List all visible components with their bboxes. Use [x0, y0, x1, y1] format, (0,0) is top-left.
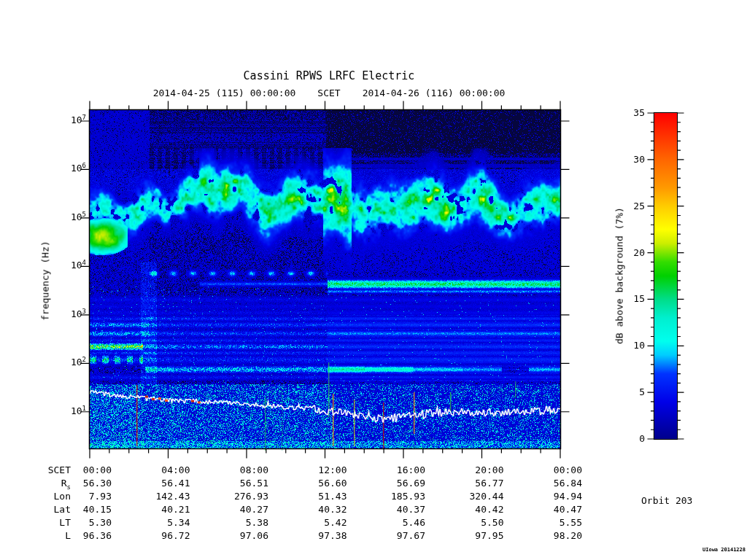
ephemeris-cell: 320.44: [449, 491, 504, 502]
ephemeris-cell: 12:00: [292, 464, 347, 475]
ephemeris-cell: 276.93: [213, 491, 268, 502]
ephemeris-cell: 51.43: [292, 491, 347, 502]
ephemeris-cell: 00:00: [527, 464, 582, 475]
ephemeris-cell: 5.34: [135, 517, 190, 528]
ephemeris-cell: 40.27: [213, 504, 268, 515]
y-tick-label: 102: [55, 356, 86, 368]
orbit-label: Orbit 203: [641, 495, 692, 506]
y-tick-label: 103: [55, 308, 86, 319]
ephemeris-cell: 40.47: [527, 504, 582, 515]
ephemeris-cell: 40.42: [449, 504, 504, 515]
ephemeris-cell: 56.84: [527, 478, 582, 489]
ephemeris-cell: 56.77: [449, 478, 504, 489]
ephemeris-cell: 5.38: [213, 517, 268, 528]
page-root: { "header": { "title": "Cassini RPWS LRF…: [0, 0, 747, 560]
ephemeris-cell: 56.69: [370, 478, 425, 489]
colorbar-tick-label: 25: [614, 201, 645, 211]
ephemeris-cell: 96.72: [135, 530, 190, 541]
ephemeris-cell: 97.06: [213, 530, 268, 541]
colorbar-tick-label: 5: [614, 386, 645, 397]
chart-subtitle: 2014-04-25 (115) 00:00:00 SCET 2014-04-2…: [90, 88, 568, 98]
ephemeris-cell: 96.36: [56, 530, 112, 541]
colorbar-tick-label: 35: [614, 107, 645, 118]
frequency-axis-label: frequency (Hz): [40, 241, 51, 321]
ephemeris-cell: 40.21: [135, 504, 190, 515]
ephemeris-cell: 40.32: [292, 504, 347, 515]
ephemeris-cell: 97.95: [449, 530, 504, 541]
colorbar-gradient: [654, 113, 677, 439]
ephemeris-cell: 7.93: [56, 491, 112, 502]
ephemeris-cell: 97.67: [370, 530, 425, 541]
ephemeris-cell: 04:00: [135, 464, 190, 475]
colorbar-tick-label: 20: [614, 247, 645, 258]
ephemeris-cell: 20:00: [449, 464, 504, 475]
y-tick-label: 105: [55, 211, 86, 222]
credit-label: UIowa 20141228: [697, 547, 746, 553]
ephemeris-cell: 5.46: [370, 517, 425, 528]
subtitle-start-time: 2014-04-25 (115) 00:00:00: [153, 88, 296, 98]
ephemeris-cell: 5.30: [56, 517, 112, 528]
ephemeris-cell: 16:00: [370, 464, 425, 475]
ephemeris-cell: 5.42: [292, 517, 347, 528]
ephemeris-cell: 56.60: [292, 478, 347, 489]
ephemeris-cell: 00:00: [56, 464, 112, 475]
colorbar-tick-label: 0: [614, 433, 645, 444]
colorbar-tick-label: 15: [614, 293, 645, 304]
y-tick-label: 101: [55, 405, 86, 416]
ephemeris-cell: 94.94: [527, 491, 582, 502]
ephemeris-cell: 56.41: [135, 478, 190, 489]
chart-title: Cassini RPWS LRFC Electric: [90, 69, 568, 82]
spectrogram-canvas: [0, 0, 747, 560]
y-tick-label: 104: [55, 259, 86, 271]
ephemeris-cell: 40.15: [56, 504, 112, 515]
ephemeris-cell: 5.55: [527, 517, 582, 528]
subtitle-scet-label: SCET: [317, 88, 340, 98]
ephemeris-cell: 98.20: [527, 530, 582, 541]
ephemeris-cell: 56.30: [56, 478, 112, 489]
ephemeris-cell: 56.51: [213, 478, 268, 489]
ephemeris-cell: 97.38: [292, 530, 347, 541]
colorbar-axis-label: dB above background (7%): [614, 207, 625, 344]
ephemeris-cell: 5.50: [449, 517, 504, 528]
ephemeris-cell: 08:00: [213, 464, 268, 475]
y-tick-label: 106: [55, 162, 86, 174]
colorbar-tick-label: 10: [614, 340, 645, 351]
ephemeris-cell: 185.93: [370, 491, 425, 502]
colorbar-tick-label: 30: [614, 154, 645, 165]
subtitle-end-time: 2014-04-26 (116) 00:00:00: [363, 88, 506, 98]
ephemeris-cell: 40.37: [370, 504, 425, 515]
ephemeris-cell: 142.43: [135, 491, 190, 502]
y-tick-label: 107: [55, 114, 86, 125]
